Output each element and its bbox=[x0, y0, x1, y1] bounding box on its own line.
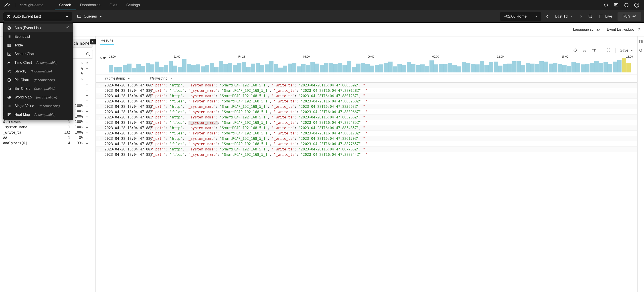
add-field-icon[interactable]: + bbox=[85, 114, 89, 119]
more-icon[interactable]: ⋮ bbox=[91, 104, 93, 108]
histogram-bar[interactable] bbox=[608, 64, 612, 72]
view-option-scatter-chart[interactable]: Scatter Chart bbox=[3, 50, 73, 58]
histogram-bar[interactable] bbox=[278, 68, 282, 72]
row-handle-icon[interactable]: ⋮ bbox=[96, 131, 102, 135]
table-row[interactable]: ⋮2023-04-28 18:04:47.885{"_path": "http"… bbox=[96, 125, 637, 131]
histogram-bar[interactable] bbox=[498, 66, 502, 72]
view-option-world-map[interactable]: World Map(Incompatible) bbox=[3, 93, 73, 102]
zoom-out-button[interactable] bbox=[587, 12, 594, 21]
field-row[interactable]: analyzers[0]433%+⋮ bbox=[0, 141, 96, 146]
live-toggle[interactable]: Live bbox=[596, 12, 615, 21]
more-icon[interactable]: ⋮ bbox=[91, 82, 93, 87]
histogram-bar[interactable] bbox=[489, 62, 493, 72]
view-selector[interactable]: Auto (Event List) bbox=[3, 12, 72, 21]
histogram-bar[interactable] bbox=[114, 67, 118, 72]
save-dropdown[interactable]: Save bbox=[616, 48, 633, 53]
table-row[interactable]: ⋮2023-04-28 18:04:47.880{"_path": "files… bbox=[96, 88, 637, 93]
more-icon[interactable]: ⋮ bbox=[91, 125, 93, 130]
histogram-bar[interactable] bbox=[315, 64, 319, 72]
table-row[interactable]: ⋮2023-04-28 18:04:47.886{"_path": "http"… bbox=[96, 136, 637, 141]
histogram-bar[interactable] bbox=[283, 66, 287, 72]
histogram-bar[interactable] bbox=[480, 61, 484, 72]
more-icon[interactable]: ⋮ bbox=[91, 98, 93, 103]
table-row[interactable]: ⋮2023-04-28 18:04:47.883{"_path": "files… bbox=[96, 109, 637, 115]
histogram-bar[interactable] bbox=[516, 61, 521, 72]
add-field-icon[interactable]: + bbox=[85, 125, 89, 130]
more-icon[interactable]: ⋮ bbox=[91, 109, 93, 114]
histogram-bar[interactable] bbox=[260, 65, 264, 72]
row-handle-icon[interactable]: ⋮ bbox=[96, 99, 102, 103]
row-handle-icon[interactable]: ⋮ bbox=[96, 147, 102, 151]
histogram-bar[interactable] bbox=[269, 61, 274, 72]
view-option-sankey[interactable]: Sankey(Incompatible) bbox=[3, 67, 73, 76]
histogram-bar[interactable] bbox=[187, 64, 191, 72]
more-icon[interactable]: ⋮ bbox=[91, 72, 93, 76]
histogram-bar[interactable] bbox=[214, 67, 218, 72]
nav-tab-settings[interactable]: Settings bbox=[122, 0, 144, 10]
histogram-bar[interactable] bbox=[457, 66, 461, 72]
row-handle-icon[interactable]: ⋮ bbox=[96, 121, 102, 125]
histogram-bar[interactable] bbox=[407, 62, 411, 72]
add-field-icon[interactable]: + bbox=[85, 109, 89, 114]
drag-handle-icon[interactable] bbox=[0, 29, 573, 30]
histogram-bar[interactable] bbox=[251, 64, 255, 72]
view-option-auto-event-list-[interactable]: Auto (Event List) bbox=[3, 23, 73, 32]
histogram-bar[interactable] bbox=[567, 66, 571, 72]
histogram-bar[interactable] bbox=[292, 63, 296, 72]
add-field-icon[interactable]: + bbox=[85, 141, 89, 146]
histogram-bar[interactable] bbox=[333, 64, 338, 72]
histogram-bar[interactable] bbox=[585, 64, 590, 72]
add-field-icon[interactable]: + bbox=[85, 98, 89, 103]
histogram-bar[interactable] bbox=[530, 64, 534, 72]
table-row[interactable]: ⋮2023-04-28 18:04:47.888{"_path": "files… bbox=[96, 152, 637, 157]
column-header-timestamp[interactable]: @timestamp bbox=[102, 74, 147, 82]
histogram-bar[interactable] bbox=[613, 62, 617, 72]
add-field-icon[interactable]: + bbox=[85, 104, 89, 108]
collapse-sidebar-button[interactable] bbox=[90, 39, 96, 44]
table-row[interactable]: ⋮2023-04-28 18:04:47.883{"_path": "files… bbox=[96, 99, 637, 104]
histogram-bar[interactable] bbox=[297, 66, 301, 72]
more-icon[interactable]: ⋮ bbox=[91, 66, 93, 71]
histogram-bar[interactable] bbox=[549, 64, 553, 72]
table-row[interactable]: ⋮2023-04-28 18:04:47.887{"_path": "files… bbox=[96, 141, 637, 147]
histogram-bar[interactable] bbox=[452, 65, 457, 72]
histogram-bar[interactable] bbox=[471, 64, 475, 72]
row-handle-icon[interactable]: ⋮ bbox=[96, 94, 102, 98]
histogram-bar[interactable] bbox=[178, 67, 182, 72]
row-handle-icon[interactable]: ⋮ bbox=[96, 83, 102, 87]
view-option-time-chart[interactable]: Time Chart(Incompatible) bbox=[3, 58, 73, 67]
user-avatar-icon[interactable] bbox=[632, 0, 642, 10]
row-handle-icon[interactable]: ⋮ bbox=[96, 115, 102, 119]
histogram-bar[interactable] bbox=[512, 61, 516, 72]
histogram-bar[interactable] bbox=[256, 63, 260, 72]
run-button[interactable]: Run bbox=[618, 12, 641, 21]
row-handle-icon[interactable]: ⋮ bbox=[96, 137, 102, 141]
histogram-bar[interactable] bbox=[310, 62, 315, 72]
histogram-bar[interactable] bbox=[159, 67, 164, 72]
histogram-bar[interactable] bbox=[210, 63, 214, 72]
histogram-bar[interactable] bbox=[590, 63, 594, 72]
wrap-icon[interactable] bbox=[582, 48, 587, 53]
histogram-bar[interactable] bbox=[320, 65, 324, 72]
histogram-bar[interactable] bbox=[233, 65, 237, 72]
histogram-bar[interactable] bbox=[329, 63, 333, 72]
table-row[interactable]: ⋮2023-04-28 18:04:47.886{"_path": "files… bbox=[96, 131, 637, 136]
histogram-bar[interactable] bbox=[366, 64, 370, 72]
histogram-bar[interactable] bbox=[136, 64, 141, 72]
histogram-bar[interactable] bbox=[594, 61, 598, 72]
add-field-icon[interactable]: + bbox=[85, 88, 89, 92]
view-option-bar-chart[interactable]: Bar Chart(Incompatible) bbox=[3, 84, 73, 93]
histogram-bar[interactable] bbox=[425, 66, 429, 72]
histogram-bar[interactable] bbox=[507, 64, 512, 72]
histogram-bar[interactable] bbox=[182, 59, 186, 72]
collapse-vertical-icon[interactable] bbox=[637, 27, 641, 32]
link-language-syntax[interactable]: Language syntax bbox=[573, 27, 600, 31]
field-row[interactable]: AA18%+⋮ bbox=[0, 135, 96, 141]
more-icon[interactable]: ⋮ bbox=[91, 141, 93, 146]
histogram-bar[interactable] bbox=[526, 63, 530, 72]
histogram-bar[interactable] bbox=[306, 65, 310, 72]
help-icon[interactable] bbox=[621, 0, 632, 10]
view-option-table[interactable]: Table bbox=[3, 41, 73, 50]
histogram-bar[interactable] bbox=[169, 61, 173, 72]
histogram-bar[interactable] bbox=[205, 65, 210, 72]
